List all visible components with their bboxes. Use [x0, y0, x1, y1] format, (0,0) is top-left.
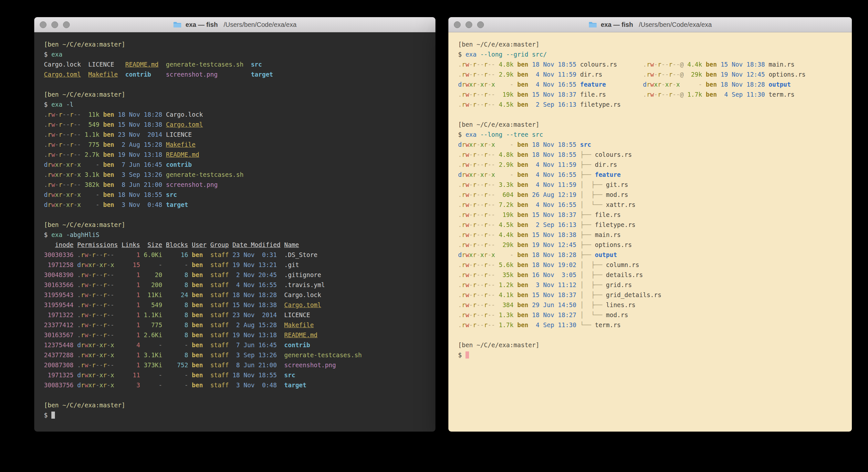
text-segment: 1971325: [44, 372, 74, 379]
permission-char: w: [465, 141, 469, 148]
zoom-button[interactable]: [477, 21, 484, 28]
text-segment: [602, 71, 643, 78]
text-segment: [528, 221, 532, 228]
permission-char: r: [484, 261, 488, 268]
close-button[interactable]: [40, 21, 46, 28]
text-segment: -: [499, 171, 514, 178]
permission-char: r: [59, 181, 62, 188]
permission-char: .: [458, 261, 462, 268]
text-segment: [203, 342, 210, 349]
permission-char: r: [59, 171, 62, 178]
permission-char: r: [81, 342, 84, 349]
terminal-line: .rw-r--r-- 1.3k ben 18 Nov 18:27 │ └── m…: [458, 310, 842, 320]
text-segment: LICENCE: [284, 311, 310, 319]
text-segment: [188, 251, 192, 258]
text-segment: 200: [144, 281, 162, 288]
permission-char: r: [48, 171, 51, 178]
permission-char: r: [473, 91, 476, 98]
window-title-path: /Users/ben/Code/exa/exa: [639, 21, 712, 28]
permission-char: r: [484, 291, 488, 298]
text-segment: ben: [192, 311, 203, 319]
text-segment: [162, 301, 166, 308]
permission-char: r: [462, 171, 465, 178]
permission-char: r: [484, 151, 488, 158]
permission-char: r: [647, 71, 650, 78]
text-segment: [140, 281, 144, 288]
terminal-line: [44, 390, 426, 400]
permission-char: w: [85, 361, 88, 368]
text-segment: ben: [517, 171, 528, 178]
text-segment: 3.1k: [85, 171, 99, 178]
traffic-lights: [454, 17, 484, 32]
text-segment: ben: [192, 372, 203, 379]
text-segment: │ ├──: [580, 191, 606, 198]
permission-char: r: [81, 372, 84, 379]
text-segment: [765, 61, 769, 68]
terminal-line: 30083756 drwxr-xr-x 3 - - ben staff 3 No…: [44, 380, 426, 390]
permission-char: -: [491, 221, 495, 228]
permission-char: r: [473, 171, 476, 178]
text-segment: $: [44, 101, 51, 108]
text-segment: 18 Nov 18:55: [532, 141, 576, 148]
permission-char: r: [48, 191, 51, 198]
window-titlebar[interactable]: exa — fish /Users/ben/Code/exa/exa: [448, 17, 852, 32]
terminal-line: .rw-r--r-- 2.7k ben 19 Nov 13:18 README.…: [44, 150, 426, 160]
text-segment: exa: [465, 51, 476, 58]
permission-char: w: [51, 161, 55, 168]
text-segment: ben: [517, 91, 528, 98]
text-segment: 4: [121, 342, 140, 349]
text-segment: [576, 191, 580, 198]
zoom-button[interactable]: [63, 21, 70, 28]
permission-char: -: [491, 291, 495, 298]
text-segment: [74, 281, 77, 288]
terminal-screen[interactable]: [ben ~/C/e/exa:master]$ exaCargo.lock LI…: [34, 32, 435, 432]
permission-char: r: [462, 71, 465, 78]
permission-char: -: [469, 241, 473, 248]
terminal-line: Cargo.toml Makefile contrib screenshot.p…: [44, 69, 426, 80]
permission-char: -: [480, 91, 484, 98]
permission-char: r: [647, 81, 650, 88]
permission-char: -: [476, 291, 480, 298]
minimize-button[interactable]: [465, 21, 472, 28]
permission-char: -: [96, 261, 99, 268]
terminal-line: inode Permissions Links Size Blocks User…: [44, 240, 426, 250]
permission-char: r: [70, 171, 73, 178]
permission-char: x: [111, 342, 114, 349]
text-segment: [277, 351, 284, 358]
terminal-screen[interactable]: [ben ~/C/e/exa:master]$ exa --long --gri…: [448, 32, 852, 432]
permission-char: -: [469, 201, 473, 208]
text-segment: [277, 342, 284, 349]
text-segment: staff: [210, 291, 229, 298]
text-segment: 1.2k: [499, 281, 514, 288]
text-segment: [229, 271, 232, 278]
text-segment: [528, 211, 532, 218]
permission-char: -: [88, 321, 92, 328]
text-segment: [277, 382, 284, 389]
text-segment: term.rs: [769, 91, 794, 98]
permission-char: w: [51, 121, 55, 128]
permission-char: .: [458, 231, 462, 238]
permission-char: -: [99, 361, 103, 368]
terminal-line: .rw-r--r-- 4.8k ben 18 Nov 18:55 colours…: [458, 59, 842, 69]
text-segment: [229, 361, 232, 368]
permission-char: -: [488, 271, 491, 278]
permission-char: d: [643, 81, 646, 88]
permission-char: x: [77, 161, 81, 168]
permission-char: w: [465, 291, 469, 298]
permission-char: -: [62, 111, 66, 118]
permission-char: .: [77, 291, 81, 298]
permission-char: x: [491, 251, 495, 258]
minimize-button[interactable]: [51, 21, 58, 28]
close-button[interactable]: [454, 21, 461, 28]
text-segment: generate-testcases.sh: [284, 351, 362, 358]
text-segment: LICENCE: [88, 61, 114, 68]
text-segment: [ben ~/C/e/exa:master]: [44, 91, 125, 98]
permission-char: w: [51, 181, 55, 188]
permission-char: r: [92, 251, 96, 258]
window-titlebar[interactable]: exa — fish /Users/ben/Code/exa/exa: [34, 17, 435, 32]
text-segment: $: [458, 51, 465, 58]
text-segment: [495, 191, 499, 198]
text-segment: -: [166, 382, 188, 389]
text-segment: [188, 291, 192, 298]
text-segment: [495, 251, 499, 258]
